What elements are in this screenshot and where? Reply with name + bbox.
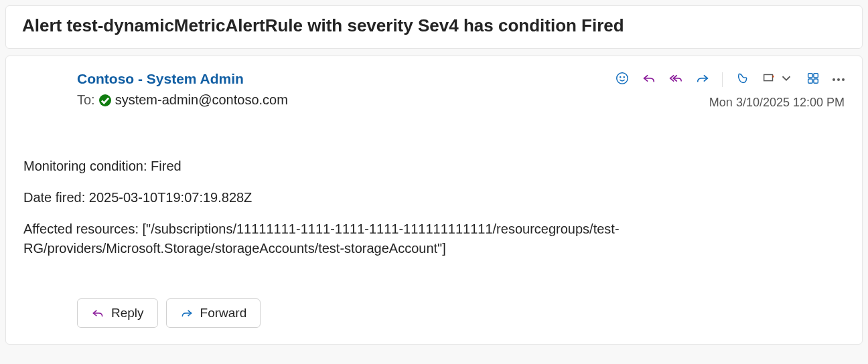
flag-icon (762, 71, 776, 88)
forward-action-button[interactable]: Forward (166, 298, 261, 328)
reply-action-button[interactable]: Reply (77, 298, 158, 328)
svg-rect-3 (764, 75, 773, 81)
copilot-icon (735, 71, 749, 88)
reply-button[interactable] (642, 71, 656, 88)
forward-icon (695, 71, 710, 88)
subject-header: Alert test-dynamicMetricAlertRule with s… (5, 5, 863, 49)
email-subject: Alert test-dynamicMetricAlertRule with s… (22, 15, 846, 36)
reply-icon (642, 71, 656, 88)
message-timestamp: Mon 3/10/2025 12:00 PM (615, 96, 845, 110)
message-body: Monitoring condition: Fired Date fired: … (23, 157, 845, 258)
apps-grid-icon (806, 71, 820, 88)
body-line-date: Date fired: 2025-03-10T19:07:19.828Z (23, 188, 845, 207)
copilot-button[interactable] (735, 71, 749, 88)
to-label: To: (77, 92, 95, 108)
action-buttons: Reply Forward (77, 298, 845, 328)
svg-rect-7 (814, 79, 818, 83)
more-icon (833, 78, 845, 81)
svg-point-0 (617, 73, 628, 84)
reply-label: Reply (111, 306, 144, 321)
smiley-icon (615, 71, 630, 88)
reply-icon (91, 306, 104, 320)
svg-rect-6 (808, 79, 812, 83)
message-header: Contoso - System Admin To: system-admin@… (23, 71, 845, 110)
toolbar-separator (722, 72, 723, 87)
message-panel: Contoso - System Admin To: system-admin@… (5, 56, 863, 345)
flag-dropdown-button[interactable] (762, 71, 794, 88)
body-line-condition: Monitoring condition: Fired (23, 157, 845, 176)
forward-button[interactable] (695, 71, 710, 88)
svg-point-2 (624, 77, 624, 78)
forward-label: Forward (200, 306, 247, 321)
apps-button[interactable] (806, 71, 820, 88)
presence-indicator-icon (99, 94, 111, 106)
message-toolbar (615, 71, 845, 88)
more-actions-button[interactable] (833, 78, 845, 81)
svg-rect-5 (814, 74, 818, 78)
reply-all-icon (668, 71, 683, 88)
forward-icon (180, 306, 194, 320)
message-meta: Contoso - System Admin To: system-admin@… (77, 71, 288, 108)
react-button[interactable] (615, 71, 630, 88)
reply-all-button[interactable] (668, 71, 683, 88)
chevron-down-icon (779, 71, 794, 88)
svg-point-1 (620, 77, 621, 78)
to-row: To: system-admin@contoso.com (77, 92, 288, 108)
sender-name[interactable]: Contoso - System Admin (77, 71, 288, 87)
body-line-resources: Affected resources: ["/subscriptions/111… (23, 219, 845, 258)
svg-rect-4 (808, 74, 812, 78)
recipient-address[interactable]: system-admin@contoso.com (115, 92, 288, 108)
header-right: Mon 3/10/2025 12:00 PM (615, 71, 845, 110)
